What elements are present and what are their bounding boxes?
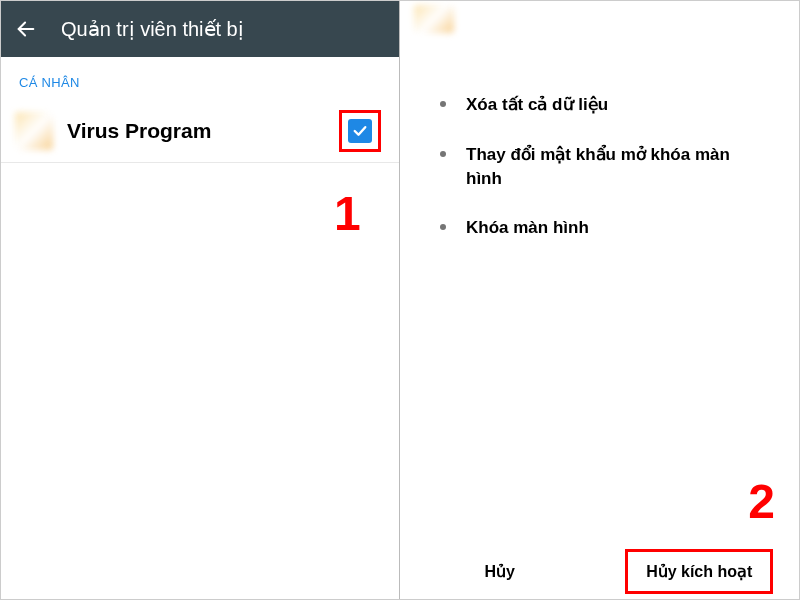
app-icon-small [414,5,454,33]
bullet-icon [440,101,446,107]
app-name-label: Virus Program [67,119,339,143]
left-screenshot-panel: Quản trị viên thiết bị CÁ NHÂN Virus Pro… [1,1,400,599]
back-arrow-icon[interactable] [15,18,37,40]
deactivate-button[interactable]: Hủy kích hoạt [625,549,773,594]
bullet-icon [440,151,446,157]
highlight-box-1 [339,110,381,152]
bullet-icon [440,224,446,230]
bottom-action-bar: Hủy Hủy kích hoạt [400,543,799,599]
topbar: Quản trị viên thiết bị [1,1,399,57]
permissions-list: Xóa tất cả dữ liệu Thay đổi mật khẩu mở … [400,33,799,266]
right-screenshot-panel: Xóa tất cả dữ liệu Thay đổi mật khẩu mở … [400,1,799,599]
highlight-box-2: Hủy kích hoạt [600,549,800,594]
device-admin-app-row[interactable]: Virus Program [1,100,399,163]
permission-item: Khóa màn hình [440,216,769,240]
permission-text: Xóa tất cả dữ liệu [466,93,608,117]
step-number-2: 2 [748,474,775,529]
permission-text: Thay đổi mật khẩu mở khóa màn hình [466,143,769,191]
permission-text: Khóa màn hình [466,216,589,240]
section-label-personal: CÁ NHÂN [1,57,399,100]
step-number-1: 1 [334,186,361,241]
page-title: Quản trị viên thiết bị [61,17,244,41]
admin-checkbox[interactable] [348,119,372,143]
app-icon [15,112,53,150]
permission-item: Thay đổi mật khẩu mở khóa màn hình [440,143,769,191]
permission-item: Xóa tất cả dữ liệu [440,93,769,117]
cancel-button[interactable]: Hủy [400,562,600,581]
